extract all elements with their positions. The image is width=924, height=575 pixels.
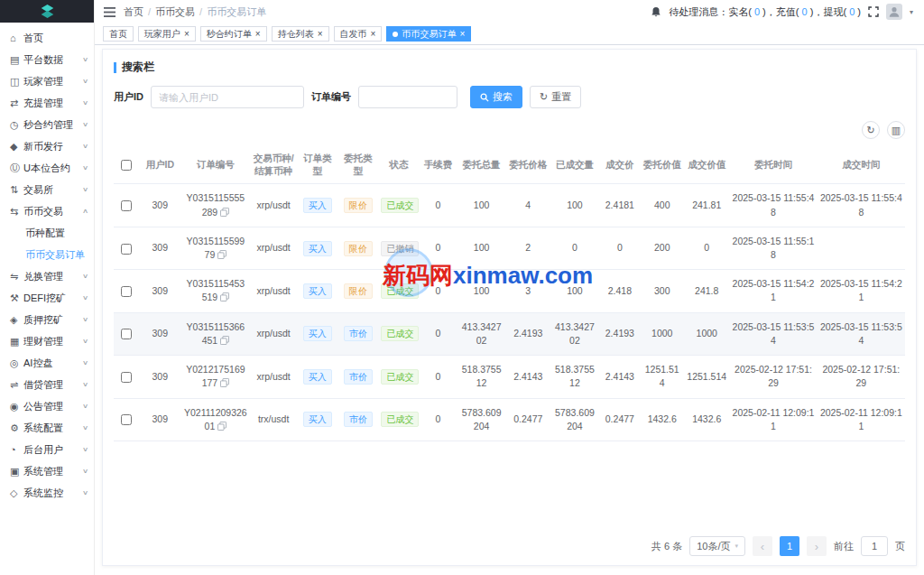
sysmgmt-icon: ▣ (10, 466, 23, 478)
sidebar-item-platform-data[interactable]: ▤平台数据∨ (0, 49, 94, 70)
close-icon[interactable]: × (318, 30, 323, 39)
sidebar-item-exchange[interactable]: ⇅交易所∨ (0, 179, 94, 200)
copy-icon[interactable] (217, 422, 226, 431)
tab-player-users[interactable]: 玩家用户× (138, 26, 196, 42)
columns-icon[interactable]: ▥ (887, 121, 905, 139)
sidebar-item-new-coin-issue[interactable]: ◆新币发行∨ (0, 135, 94, 157)
page-number-1[interactable]: 1 (780, 536, 799, 556)
order-row: 309Y0315115366451 xrp/usdt买入市价已成交0413.34… (114, 312, 905, 355)
reset-button[interactable]: ↻ 重置 (530, 86, 581, 108)
cell-order-no: Y0212175169177 (186, 364, 245, 388)
sidebar-item-coin-trade-orders[interactable]: 币币交易订单 (0, 244, 94, 265)
pending-realname-count: 0 (754, 6, 760, 17)
sidebar-item-loan-management[interactable]: ⇌借贷管理∨ (0, 374, 94, 395)
cell-deal-value: 0 (704, 242, 709, 253)
sidebar-item-staking-mining[interactable]: ◈质押挖矿∨ (0, 309, 94, 330)
breadcrumb: 首页 / 币币交易 / 币币交易订单 (124, 5, 266, 19)
sidebar-item-defi-mining[interactable]: ⚒DEFI挖矿∨ (0, 287, 94, 309)
tab-self-issued-coin[interactable]: 自发币× (334, 26, 383, 42)
column-header: 已成交量 (550, 145, 600, 184)
copy-icon[interactable] (220, 292, 229, 301)
row-checkbox[interactable] (121, 200, 132, 211)
sidebar-item-system-management[interactable]: ▣系统管理∨ (0, 460, 94, 482)
row-checkbox[interactable] (121, 372, 132, 383)
sidebar-item-label: 后台用户 (23, 443, 83, 457)
row-checkbox[interactable] (121, 286, 132, 297)
sidebar-item-admin-users[interactable]: ◔后台用户∨ (0, 439, 94, 460)
select-all-checkbox[interactable] (121, 160, 132, 171)
cell-order-no: Y0315115366451 (187, 321, 245, 346)
sidebar-item-coin-trade[interactable]: ⇆币币交易∧ (0, 200, 94, 222)
prev-page-button[interactable]: ‹ (753, 536, 772, 556)
cell-total: 518.375512 (462, 364, 502, 388)
sidebar-item-system-monitor[interactable]: ◇系统监控∨ (0, 482, 94, 504)
bell-icon[interactable] (651, 6, 661, 18)
sidebar-item-label: 交易所 (23, 183, 83, 197)
caret-down-icon[interactable]: ▾ (910, 8, 913, 16)
page-size-select[interactable]: 10条/页 ▾ (689, 536, 745, 556)
row-checkbox[interactable] (121, 244, 132, 255)
cell-deal-time: 2025-03-15 11:55:48 (820, 192, 902, 217)
next-page-button[interactable]: › (807, 536, 827, 556)
copy-icon[interactable] (220, 208, 229, 217)
sidebar-item-label: 理财管理 (23, 335, 83, 348)
sidebar-item-recharge-withdraw[interactable]: ⇄充提管理∨ (0, 92, 94, 114)
cell-price: 4 (525, 199, 531, 210)
cell-price: 0.2477 (513, 413, 542, 424)
copy-icon[interactable] (220, 336, 229, 345)
tab-home[interactable]: 首页 (103, 26, 134, 42)
data-icon: ▤ (10, 54, 23, 66)
row-checkbox[interactable] (121, 414, 132, 425)
sidebar-item-label: 质押挖矿 (23, 313, 83, 327)
sidebar-item-second-contract[interactable]: ◷秒合约管理∨ (0, 114, 94, 135)
fullscreen-icon[interactable] (868, 6, 879, 17)
caret-down-icon: ▾ (735, 543, 738, 550)
avatar[interactable] (886, 4, 902, 20)
cell-deal-value: 1000 (697, 328, 717, 339)
row-checkbox[interactable] (121, 329, 132, 339)
close-icon[interactable]: × (371, 30, 376, 39)
cell-entrust-value: 300 (654, 285, 670, 296)
sidebar-item-wealth-management[interactable]: ▦理财管理∨ (0, 330, 94, 352)
order-type-tag: 买入 (303, 198, 332, 213)
sidebar-item-announcement[interactable]: ◉公告管理∨ (0, 395, 94, 417)
cell-user-id: 309 (152, 242, 168, 253)
hamburger-icon[interactable] (104, 7, 116, 17)
cell-user-id: 309 (152, 285, 168, 296)
search-button[interactable]: 搜索 (470, 86, 522, 108)
tab-coin-trade-orders[interactable]: 币币交易订单× (386, 26, 471, 42)
app-logo[interactable] (0, 0, 94, 23)
sidebar-item-coin-config[interactable]: 币种配置 (0, 222, 94, 244)
breadcrumb-home[interactable]: 首页 (124, 5, 143, 19)
copy-icon[interactable] (217, 250, 226, 259)
sidebar-item-ai-control[interactable]: ◎AI控盘∨ (0, 352, 94, 374)
cell-filled: 518.375512 (555, 364, 595, 388)
close-icon[interactable]: × (459, 30, 465, 39)
goto-page-input[interactable] (861, 536, 888, 556)
sidebar-item-home[interactable]: ⌂首页 (0, 27, 94, 49)
chevron-down-icon: ∨ (82, 121, 88, 128)
column-header: 委托总量 (457, 145, 506, 184)
chevron-down-icon: ∨ (82, 381, 88, 388)
search-form: 用户ID 订单编号 搜索 ↻ 重置 (114, 86, 905, 108)
breadcrumb-coin-trade[interactable]: 币币交易 (155, 5, 195, 19)
sidebar-item-label: 借贷管理 (23, 378, 83, 392)
breadcrumb-current: 币币交易订单 (207, 5, 266, 19)
tab-label: 币币交易订单 (402, 28, 456, 41)
order-no-input[interactable] (358, 86, 457, 108)
sidebar-item-label: 系统配置 (23, 422, 83, 435)
column-header: 委托价格 (506, 145, 550, 184)
close-icon[interactable]: × (184, 30, 189, 39)
tab-second-contract-orders[interactable]: 秒合约订单× (200, 26, 267, 42)
sidebar-item-player-management[interactable]: ◫玩家管理∨ (0, 70, 94, 92)
sidebar-item-label: U本位合约 (23, 162, 83, 175)
sidebar-item-system-config[interactable]: ⚙系统配置∨ (0, 417, 94, 439)
tab-position-list[interactable]: 持仓列表× (272, 26, 329, 42)
refresh-icon[interactable]: ↻ (862, 121, 880, 139)
user-id-input[interactable] (151, 86, 304, 108)
close-icon[interactable]: × (255, 30, 261, 39)
sidebar-item-u-margin-contract[interactable]: ⓊU本位合约∨ (0, 157, 94, 179)
status-tag: 已成交 (381, 412, 419, 427)
copy-icon[interactable] (220, 378, 229, 387)
sidebar-item-swap-management[interactable]: ⇋兑换管理∨ (0, 265, 94, 287)
